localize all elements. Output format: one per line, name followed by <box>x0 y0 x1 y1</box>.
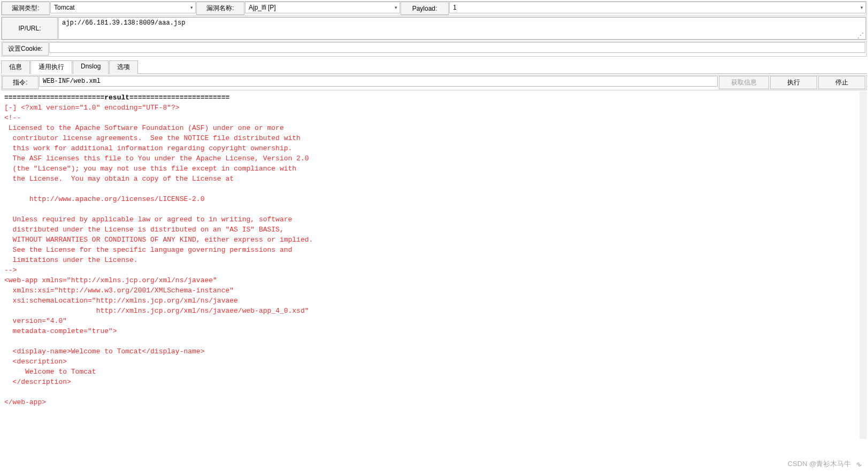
url-input[interactable]: ajp://66.181.39.138:8009/aaa.jsp ⋰ <box>58 17 866 40</box>
vuln-name-label: 漏洞名称: <box>196 2 244 15</box>
command-input[interactable]: WEB-INF/web.xml <box>39 76 718 87</box>
chevron-down-icon: ▾ <box>395 5 397 10</box>
resize-handle-icon[interactable]: ⋰ <box>857 34 864 37</box>
tab-info[interactable]: 信息 <box>1 60 30 74</box>
result-output[interactable]: ========================result==========… <box>1 91 867 439</box>
cookie-row: 设置Cookie: <box>1 41 867 57</box>
top-filter-row: 漏洞类型: Tomcat ▾ 漏洞名称: Ajp_lfi [P] ▾ Paylo… <box>1 1 867 16</box>
url-row: IP/URL: ajp://66.181.39.138:8009/aaa.jsp… <box>1 17 867 40</box>
chevron-down-icon: ▾ <box>190 5 193 10</box>
vuln-type-label: 漏洞类型: <box>2 2 50 15</box>
vuln-type-value: Tomcat <box>54 4 75 11</box>
cookie-input[interactable] <box>49 42 865 53</box>
vuln-name-value: Ajp_lfi [P] <box>249 4 276 11</box>
command-row: 指令: WEB-INF/web.xml 获取信息 执行 停止 <box>1 75 867 90</box>
url-value: ajp://66.181.39.138:8009/aaa.jsp <box>62 19 185 27</box>
tab-dnslog[interactable]: Dnslog <box>73 60 109 74</box>
result-body: [-] <?xml version="1.0" encoding="UTF-8"… <box>4 104 313 406</box>
scrollbar-thumb[interactable] <box>859 91 867 134</box>
vuln-type-select[interactable]: Tomcat ▾ <box>50 2 196 13</box>
watermark: CSDN @青衫木马牛 <box>788 459 863 469</box>
tab-exec[interactable]: 通用执行 <box>30 60 72 74</box>
command-value: WEB-INF/web.xml <box>43 78 101 85</box>
payload-select[interactable]: 1 ▾ <box>449 2 866 13</box>
payload-value: 1 <box>453 4 457 11</box>
payload-label: Payload: <box>401 2 449 15</box>
url-label: IP/URL: <box>2 17 58 40</box>
get-info-button[interactable]: 获取信息 <box>719 76 769 89</box>
tab-options[interactable]: 选项 <box>109 60 138 74</box>
chevron-down-icon: ▾ <box>861 5 863 10</box>
stop-button[interactable]: 停止 <box>818 76 865 89</box>
tabs-bar: 信息 通用执行 Dnslog 选项 <box>1 60 867 74</box>
command-label: 指令: <box>2 76 39 89</box>
link-icon <box>855 461 863 468</box>
result-header: ========================result==========… <box>4 94 229 102</box>
cookie-label: 设置Cookie: <box>2 42 49 56</box>
execute-button[interactable]: 执行 <box>770 76 817 89</box>
vuln-name-select[interactable]: Ajp_lfi [P] ▾ <box>245 2 400 13</box>
